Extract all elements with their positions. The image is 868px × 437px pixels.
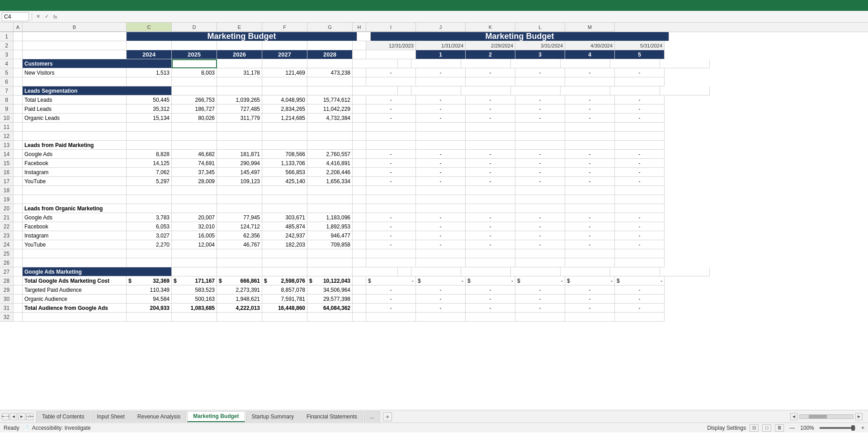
r4-i[interactable] <box>411 59 461 68</box>
accessibility-text[interactable]: Accessibility: Investigate <box>32 425 91 431</box>
r6-b[interactable] <box>23 77 127 86</box>
r4-a[interactable] <box>14 59 23 68</box>
last-sheet-btn[interactable]: ⊣⊢ <box>26 413 33 420</box>
r6-i[interactable] <box>366 77 416 86</box>
col-header-I[interactable]: I <box>366 23 416 32</box>
zoom-plus[interactable]: + <box>861 425 864 431</box>
r4-j[interactable] <box>461 59 511 68</box>
page-layout-btn[interactable]: □ <box>762 424 771 432</box>
r4-m2[interactable] <box>660 59 710 68</box>
r7-h[interactable] <box>398 86 411 95</box>
r6-k[interactable] <box>466 77 515 86</box>
r4-g[interactable] <box>353 59 398 68</box>
r6-g[interactable] <box>307 77 353 86</box>
add-sheet-button[interactable]: + <box>383 412 392 421</box>
tab-more[interactable]: ... <box>364 411 380 422</box>
page-break-btn[interactable]: ≣ <box>775 424 784 432</box>
r3-b[interactable] <box>23 50 127 59</box>
r4-m1[interactable] <box>610 59 660 68</box>
cell-reference-box[interactable] <box>2 12 29 21</box>
r7-g[interactable] <box>353 86 398 95</box>
r2-a[interactable] <box>14 41 23 50</box>
tab-startup-summary[interactable]: Startup Summary <box>246 411 300 422</box>
r7-k[interactable] <box>511 86 561 95</box>
r3-a[interactable] <box>14 50 23 59</box>
r7-d[interactable] <box>217 86 262 95</box>
r6-c[interactable] <box>127 77 172 86</box>
r6-h[interactable] <box>353 77 366 86</box>
col-header-B[interactable]: B <box>23 23 127 32</box>
r7-a[interactable] <box>14 86 23 95</box>
r3-h[interactable] <box>353 50 366 59</box>
formula-input[interactable] <box>61 12 866 21</box>
confirm-formula-icon[interactable]: ✓ <box>43 14 50 19</box>
r6-m1[interactable] <box>565 77 615 86</box>
r2-f[interactable] <box>262 41 307 50</box>
r4-c[interactable] <box>172 59 217 68</box>
r6-e[interactable] <box>217 77 262 86</box>
r9-a[interactable] <box>14 104 23 114</box>
r6-j[interactable] <box>416 77 466 86</box>
cancel-formula-icon[interactable]: ✕ <box>35 14 42 19</box>
r4-f[interactable] <box>307 59 353 68</box>
col-header-A[interactable]: A <box>14 23 23 32</box>
r4-h[interactable] <box>398 59 411 68</box>
r1-h[interactable] <box>357 32 371 41</box>
tab-financial-statements[interactable]: Financial Statements <box>301 411 363 422</box>
r7-f[interactable] <box>307 86 353 95</box>
r3-i[interactable] <box>366 50 416 59</box>
r4-d[interactable] <box>217 59 262 68</box>
col-header-L[interactable]: L <box>515 23 565 32</box>
r7-m1[interactable] <box>610 86 660 95</box>
r6-l[interactable] <box>515 77 565 86</box>
r7-i[interactable] <box>411 86 461 95</box>
first-sheet-btn[interactable]: ⊢⊣ <box>2 413 9 420</box>
r6-m2[interactable] <box>615 77 665 86</box>
r5-h[interactable] <box>353 68 366 77</box>
col-header-H[interactable]: H <box>353 23 366 32</box>
r1-a[interactable] <box>14 32 23 41</box>
fx-icon[interactable]: fx <box>52 14 59 19</box>
tab-table-of-contents[interactable]: Table of Contents <box>36 411 90 422</box>
col-header-D[interactable]: D <box>172 23 217 32</box>
r8-h[interactable] <box>353 95 366 104</box>
r1-b[interactable] <box>23 32 127 41</box>
r2-h[interactable] <box>353 41 366 50</box>
col-header-E[interactable]: E <box>217 23 262 32</box>
col-header-F[interactable]: F <box>262 23 307 32</box>
col-header-G[interactable]: G <box>307 23 353 32</box>
col-header-J[interactable]: J <box>416 23 466 32</box>
r7-l[interactable] <box>561 86 610 95</box>
r4-e[interactable] <box>262 59 307 68</box>
zoom-slider[interactable] <box>820 427 856 429</box>
r10-a[interactable] <box>14 114 23 123</box>
r8-a[interactable] <box>14 95 23 104</box>
r7-j[interactable] <box>461 86 511 95</box>
r2-b[interactable] <box>23 41 127 50</box>
normal-view-btn[interactable]: ⊡ <box>750 424 759 432</box>
r5-a[interactable] <box>14 68 23 77</box>
r2-e[interactable] <box>217 41 262 50</box>
r7-c[interactable] <box>172 86 217 95</box>
col-header-C[interactable]: C <box>127 23 172 32</box>
scroll-left-btn[interactable]: ◄ <box>790 413 797 420</box>
scroll-right-btn[interactable]: ► <box>855 413 863 420</box>
r7-m2[interactable] <box>660 86 710 95</box>
r2-g[interactable] <box>307 41 353 50</box>
r4-k[interactable] <box>511 59 561 68</box>
prev-sheet-btn[interactable]: ◄ <box>10 413 17 420</box>
col-header-K[interactable]: K <box>466 23 515 32</box>
tab-input-sheet[interactable]: Input Sheet <box>91 411 130 422</box>
r9-h[interactable] <box>353 104 366 114</box>
r7-e[interactable] <box>262 86 307 95</box>
tab-marketing-budget[interactable]: Marketing Budget <box>187 411 245 422</box>
r6-f[interactable] <box>262 77 307 86</box>
display-settings-text[interactable]: Display Settings <box>707 425 746 431</box>
r4-l[interactable] <box>561 59 610 68</box>
next-sheet-btn[interactable]: ► <box>18 413 25 420</box>
r6-d[interactable] <box>172 77 217 86</box>
r6-a[interactable] <box>14 77 23 86</box>
r10-h[interactable] <box>353 114 366 123</box>
r2-c[interactable] <box>127 41 172 50</box>
col-header-M[interactable]: M <box>565 23 615 32</box>
